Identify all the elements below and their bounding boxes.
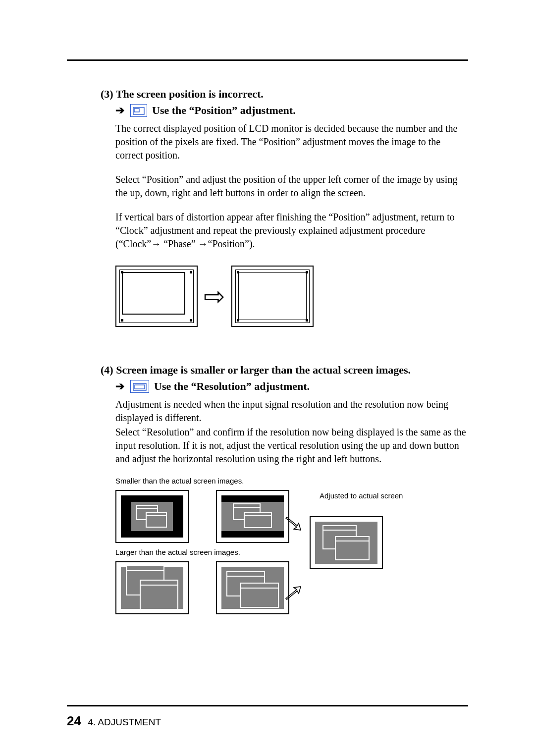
svg-rect-2 xyxy=(133,383,146,390)
subhead-4-text: Use the “Resolution” adjustment. xyxy=(154,380,310,393)
monitor-before xyxy=(115,266,198,327)
section4-para2: Select “Resolution” and confirm if the r… xyxy=(101,426,468,466)
content-area: (3) The screen position is incorrect. ➔ … xyxy=(67,86,468,635)
section3-para2: Select “Position” and adjust the positio… xyxy=(101,173,468,200)
monitor-larger-2 xyxy=(216,561,289,614)
svg-rect-3 xyxy=(135,385,145,389)
subhead-4-row: ➔ Use the “Resolution” adjustment. xyxy=(101,380,468,393)
result-arrows xyxy=(285,516,302,600)
section4-para1: Adjustment is needed when the input sign… xyxy=(101,398,468,425)
subhead-3-row: ➔ Use the “Position” adjustment. xyxy=(101,104,468,117)
page-number: 24 xyxy=(67,713,81,728)
monitor-after xyxy=(231,266,314,327)
top-rule xyxy=(67,59,468,61)
heading-title: The screen position is incorrect. xyxy=(116,88,264,100)
transition-arrow-icon: ⇨ xyxy=(204,283,225,309)
result-group: Adjusted to actual screen xyxy=(300,477,438,500)
arrow-down-right-icon xyxy=(285,516,302,531)
heading-4: (4) Screen image is smaller or larger th… xyxy=(101,362,468,378)
caption-adjusted: Adjusted to actual screen xyxy=(320,491,438,500)
subhead-3-text: Use the “Position” adjustment. xyxy=(152,104,296,117)
footer: 24 4. ADJUSTMENT xyxy=(67,713,161,729)
monitor-adjusted xyxy=(310,516,383,569)
resolution-diagram-block: Smaller than the actual screen images. xyxy=(101,477,468,635)
bottom-rule xyxy=(67,705,468,706)
svg-rect-1 xyxy=(134,108,139,112)
heading-number: (4) xyxy=(101,364,113,376)
footer-section: 4. ADJUSTMENT xyxy=(88,717,161,727)
section3-para3: If vertical bars of distortion appear af… xyxy=(101,211,468,251)
monitor-smaller-1 xyxy=(115,490,189,543)
arrow-icon: ➔ xyxy=(115,104,125,117)
heading-number: (3) xyxy=(101,88,113,100)
monitor-larger-1 xyxy=(115,561,189,614)
position-icon xyxy=(130,104,147,117)
page-body: (3) The screen position is incorrect. ➔ … xyxy=(67,59,468,635)
heading-title: Screen image is smaller or larger than t… xyxy=(116,364,411,376)
monitor-smaller-2 xyxy=(216,490,289,543)
heading-3: (3) The screen position is incorrect. xyxy=(101,86,468,102)
resolution-icon xyxy=(130,380,149,393)
section3-para1: The correct displayed position of LCD mo… xyxy=(101,122,468,162)
arrow-icon: ➔ xyxy=(115,380,125,393)
position-diagram: ⇨ xyxy=(101,266,468,327)
arrow-up-right-icon xyxy=(285,586,302,600)
